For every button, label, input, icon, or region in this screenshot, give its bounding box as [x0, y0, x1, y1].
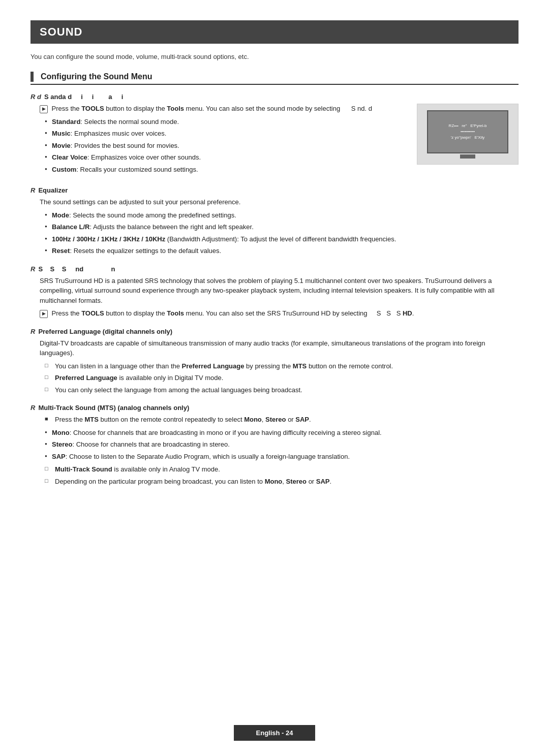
mts-main-note: ■ Press the MTS button on the remote con…: [45, 415, 518, 425]
tv-screen: RZ••• re'' E'Pyrel-b •••••••••• 'z yo''p…: [427, 110, 508, 153]
bullet-standard: Standard: Selects the normal sound mode.: [45, 117, 409, 127]
bullet-balance: Balance L/R: Adjusts the balance between…: [45, 222, 518, 232]
subsection-title-row-preferred-language: R Preferred Language (digital channels o…: [30, 328, 518, 335]
bullet-mono: Mono: Choose for channels that are broad…: [45, 428, 518, 438]
r-label-equalizer: R: [30, 186, 35, 194]
subsection-title-row-mts: R Multi-Track Sound (MTS) (analog channe…: [30, 404, 518, 412]
equalizer-bullets: Mode: Selects the sound mode among the p…: [45, 210, 518, 256]
mts-note-list: ■ Press the MTS button on the remote con…: [45, 415, 518, 425]
mts-note-icon: ■: [45, 415, 48, 423]
bullet-sap: SAP: Choose to listen to the Separate Au…: [45, 452, 518, 462]
bullet-clear-voice: Clear Voice: Emphasizes voice over other…: [45, 152, 409, 163]
preferred-language-description: Digital-TV broadcasts are capable of sim…: [40, 338, 518, 358]
subsection-preferred-language: R Preferred Language (digital channels o…: [30, 328, 518, 395]
subsection-title-preferred-language: Preferred Language (digital channels onl…: [38, 328, 172, 335]
mts-extra-notes: □ Multi-Track Sound is available only in…: [45, 464, 518, 486]
note-icon-2: □: [45, 373, 48, 382]
sound-mode-body: ▶ Press the TOOLS button to display the …: [40, 104, 409, 174]
intro-text: You can configure the sound mode, volume…: [30, 53, 518, 60]
footer-bar: English - 24: [234, 725, 315, 741]
note-preferred-3: □ You can only select the language from …: [45, 385, 518, 395]
r-label-srs: R: [30, 265, 35, 273]
subsection-mts: R Multi-Track Sound (MTS) (analog channe…: [30, 404, 518, 486]
page-title: SOUND: [30, 20, 518, 44]
subsection-title-equalizer: Equalizer: [38, 186, 68, 194]
section-heading: Configuring the Sound Menu: [30, 72, 518, 85]
bullet-movie: Movie: Provides the best sound for movie…: [45, 141, 409, 151]
mts-note-broadcast: □ Depending on the particular program be…: [45, 477, 518, 487]
first-subsection-container: ▶ Press the TOOLS button to display the …: [30, 104, 518, 177]
section-heading-label: Configuring the Sound Menu: [41, 72, 152, 81]
r-label-mts: R: [30, 404, 35, 412]
preferred-language-body: Digital-TV broadcasts are capable of sim…: [40, 338, 518, 395]
bullet-reset: Reset: Resets the equalizer settings to …: [45, 246, 518, 256]
bullet-custom: Custom: Recalls your customized sound se…: [45, 165, 409, 175]
equalizer-intro: The sound settings can be adjusted to su…: [40, 197, 518, 207]
r-label-preferred-language: R: [30, 328, 35, 335]
subsection-title-row-sound-mode: R d S anda d i i a i: [30, 93, 518, 101]
subsection-title-row-srs: R S S S nd n: [30, 265, 518, 273]
tv-screen-text: RZ••• re'' E'Pyrel-b •••••••••• 'z yo''p…: [447, 121, 489, 142]
srs-tools-note: ▶ Press the TOOLS button to display the …: [40, 308, 518, 319]
bullet-mode: Mode: Selects the sound mode among the p…: [45, 210, 518, 220]
note-icon-3: □: [45, 385, 48, 394]
sound-mode-tools-note: ▶ Press the TOOLS button to display the …: [40, 104, 409, 114]
remote-icon: ▶: [40, 105, 48, 113]
tv-stand: [460, 154, 475, 159]
subsection-equalizer: R Equalizer The sound settings can be ad…: [30, 186, 518, 256]
subsection-sound-mode: R d S anda d i i a i ▶ Press the TOOLS b…: [30, 93, 518, 177]
mts-body: ■ Press the MTS button on the remote con…: [40, 415, 518, 486]
note-preferred-1: □ You can listen in a language other tha…: [45, 361, 518, 371]
heading-bar: [30, 72, 34, 82]
subsection-title-row-equalizer: R Equalizer: [30, 186, 518, 194]
subsection-title-mts: Multi-Track Sound (MTS) (analog channels…: [38, 404, 189, 412]
srs-body: SRS TruSurround HD is a patented SRS tec…: [40, 276, 518, 319]
mts-note-icon-2: □: [45, 464, 48, 473]
mts-note-analog: □ Multi-Track Sound is available only in…: [45, 464, 518, 475]
note-preferred-2: □ Preferred Language is available only i…: [45, 373, 518, 383]
bullet-bandwidth: 100Hz / 300Hz / 1KHz / 3KHz / 10KHz (Ban…: [45, 234, 518, 244]
equalizer-body: The sound settings can be adjusted to su…: [40, 197, 518, 256]
preferred-language-notes: □ You can listen in a language other tha…: [45, 361, 518, 395]
mts-bullets: Mono: Choose for channels that are broad…: [45, 428, 518, 462]
subsection-title-sound-mode: S anda d i i a i: [44, 93, 123, 101]
remote-icon-srs: ▶: [40, 310, 48, 318]
r-label-sound-mode: R d: [30, 93, 41, 101]
note-icon-1: □: [45, 361, 48, 370]
srs-description: SRS TruSurround HD is a patented SRS tec…: [40, 276, 518, 306]
subsection-srs: R S S S nd n SRS TruSurround HD is a pat…: [30, 265, 518, 319]
tv-image: RZ••• re'' E'Pyrel-b •••••••••• 'z yo''p…: [417, 104, 518, 165]
mts-note-icon-3: □: [45, 477, 48, 485]
first-subsection-text: ▶ Press the TOOLS button to display the …: [30, 104, 409, 177]
bullet-stereo: Stereo: Choose for channels that are bro…: [45, 439, 518, 450]
bullet-music: Music: Emphasizes music over voices.: [45, 129, 409, 139]
sound-mode-bullets: Standard: Selects the normal sound mode.…: [45, 117, 409, 175]
subsection-title-srs: S S S nd n: [38, 265, 115, 273]
